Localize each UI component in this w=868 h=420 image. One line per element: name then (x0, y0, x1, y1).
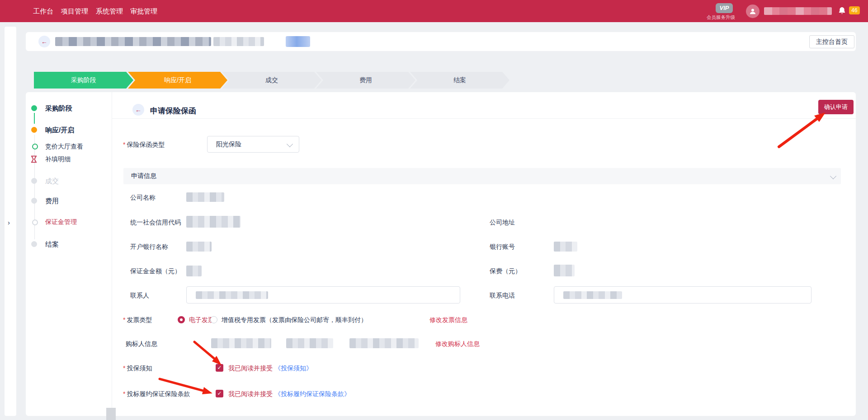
timeline-dot-fees (31, 198, 37, 204)
performance-terms-checkbox[interactable]: ✓ (216, 390, 223, 397)
notification-count-badge: 46 (849, 6, 860, 14)
check-icon: ✓ (217, 364, 222, 371)
sidebar-divider (112, 92, 112, 416)
contact-phone-input[interactable] (554, 286, 811, 303)
timeline-dot-procurement (31, 105, 37, 111)
contact-value-redacted (196, 291, 268, 299)
console-home-button[interactable]: 主控台首页 (809, 35, 854, 48)
notification-bell-icon[interactable] (838, 6, 846, 17)
section-title: 申请信息 (131, 172, 156, 180)
radio-electronic-invoice[interactable] (178, 316, 185, 323)
deposit-amount-value-redacted (186, 266, 202, 276)
top-nav: 工作台 项目管理 系统管理 审批管理 VIP 会员服务升级 46 (0, 0, 868, 22)
insurance-notice-checkbox[interactable]: ✓ (216, 364, 223, 372)
bank-name-label: 开户银行名称 (130, 243, 168, 251)
buyer-info-label: 购标人信息 (126, 340, 157, 348)
buyer-value-redacted-1 (211, 338, 271, 348)
application-info-section-header[interactable] (123, 168, 841, 184)
premium-label: 保费（元） (490, 267, 521, 275)
back-arrow-icon: ← (41, 38, 47, 45)
stage-step-deal[interactable]: 成交 (222, 72, 321, 89)
buyer-value-redacted-2 (286, 338, 333, 348)
stage-step-fees[interactable]: 费用 (316, 72, 415, 89)
bank-name-value-redacted (186, 242, 212, 252)
vip-caption[interactable]: 会员服务升级 (707, 14, 735, 21)
insurance-type-select[interactable]: 阳光保险 (207, 136, 299, 153)
check-icon: ✓ (217, 390, 222, 397)
radio-vat-invoice[interactable] (210, 316, 217, 323)
performance-terms-label: 投标履约保证保险条款 (123, 390, 190, 398)
nav-item-workbench[interactable]: 工作台 (33, 7, 53, 16)
contact-input[interactable] (186, 286, 460, 303)
sidebar-item-fees[interactable]: 费用 (45, 197, 59, 205)
deposit-amount-label: 保证金金额（元） (130, 267, 181, 275)
invoice-type-label: 发票类型 (123, 316, 152, 324)
timeline-dot-deal (31, 178, 37, 184)
insurance-notice-label: 投保须知 (123, 364, 152, 373)
collapsed-drawer (5, 27, 16, 416)
timeline-ring-bidding-hall (32, 144, 38, 149)
project-title-redacted-2 (213, 37, 264, 46)
radio-vat-invoice-label[interactable]: 增值税专用发票（发票由保险公司邮寄，顺丰到付） (222, 316, 367, 324)
back-arrow-icon: ← (135, 106, 142, 113)
contact-label: 联系人 (130, 292, 149, 300)
insurance-notice-doc-link[interactable]: 《投保须知》 (274, 364, 312, 373)
nav-item-system-mgmt[interactable]: 系统管理 (96, 7, 123, 16)
insurance-type-value: 阳光保险 (216, 140, 241, 148)
status-tag-redacted (286, 36, 310, 47)
company-address-label: 公司地址 (490, 219, 515, 227)
title-divider (112, 118, 856, 119)
edit-invoice-info-link[interactable]: 修改发票信息 (429, 316, 467, 324)
bank-account-value-redacted (554, 242, 577, 252)
timeline-dot-closing (31, 241, 37, 247)
credit-code-value-redacted (186, 216, 241, 228)
company-name-value-redacted (186, 192, 224, 202)
vip-icon[interactable]: VIP (716, 3, 733, 13)
bank-account-label: 银行账号 (490, 243, 515, 251)
company-name-label: 公司名称 (130, 194, 156, 202)
sidebar-item-fill-details[interactable]: 补填明细 (45, 155, 71, 163)
contact-phone-value-redacted (563, 291, 622, 299)
hourglass-icon (31, 155, 37, 164)
stage-step-procurement[interactable]: 采购阶段 (34, 72, 133, 89)
insurance-notice-agree-text: 我已阅读并接受 (228, 364, 273, 373)
premium-value-redacted (554, 265, 575, 276)
confirm-apply-button[interactable]: 确认申请 (818, 100, 854, 114)
sidebar-item-deal[interactable]: 成交 (45, 177, 59, 186)
user-avatar[interactable] (746, 5, 760, 18)
username-redacted (764, 7, 832, 15)
page-title: 申请保险保函 (150, 106, 196, 116)
sidebar-item-response-open[interactable]: 响应/开启 (45, 126, 74, 135)
insurance-type-label: 保险保函类型 (123, 141, 165, 149)
content-back-button[interactable]: ← (132, 104, 144, 116)
performance-terms-doc-link[interactable]: 《投标履约保证保险条款》 (274, 390, 350, 398)
scrollbar-thumb[interactable] (106, 408, 116, 420)
buyer-value-redacted-3 (349, 338, 419, 348)
contact-phone-label: 联系电话 (490, 292, 515, 300)
sidebar-item-deposit-mgmt[interactable]: 保证金管理 (45, 218, 77, 226)
nav-item-project-mgmt[interactable]: 项目管理 (61, 7, 88, 16)
drawer-expand-icon[interactable]: › (8, 219, 10, 226)
sidebar-item-closing[interactable]: 结案 (45, 240, 59, 249)
timeline-connector-green (34, 113, 35, 124)
edit-buyer-info-link[interactable]: 修改购标人信息 (435, 340, 480, 348)
stage-step-closing[interactable]: 结案 (410, 72, 509, 89)
credit-code-label: 统一社会信用代码 (130, 219, 181, 227)
sidebar-item-bidding-hall[interactable]: 竞价大厅查看 (45, 143, 83, 151)
nav-item-approval-mgmt[interactable]: 审批管理 (130, 7, 157, 16)
performance-terms-agree-text: 我已阅读并接受 (228, 390, 273, 398)
person-icon (749, 8, 756, 15)
sidebar-item-procurement[interactable]: 采购阶段 (45, 104, 72, 113)
timeline-ring-deposit (32, 219, 38, 225)
back-button[interactable]: ← (38, 36, 50, 47)
project-title-redacted (55, 37, 211, 46)
stage-step-response-open[interactable]: 响应/开启 (128, 72, 227, 89)
timeline-dot-response (31, 127, 37, 133)
